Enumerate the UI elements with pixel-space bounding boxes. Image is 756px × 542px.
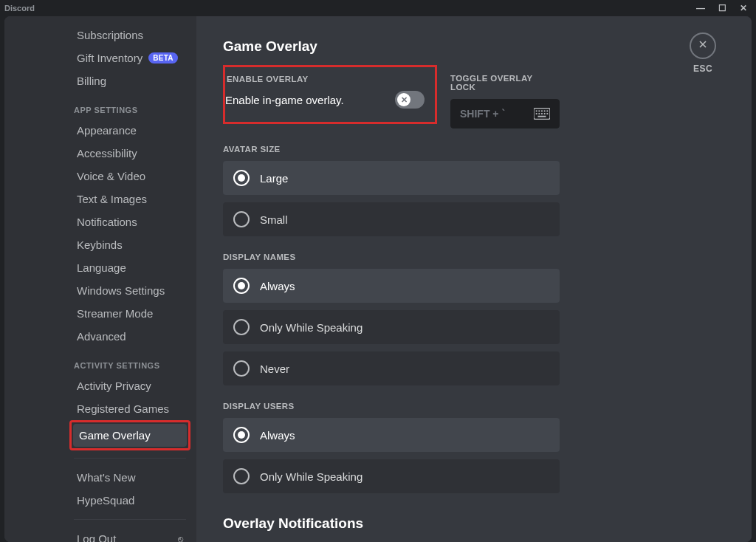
sidebar-item-activity-privacy[interactable]: Activity Privacy [71,374,189,397]
sidebar-item-whats-new[interactable]: What's New [71,466,189,489]
esc-label: ESC [693,64,712,74]
window-controls: — ☐ ✕ [696,3,752,13]
sidebar-item-label: Language [77,261,126,274]
enable-overlay-toggle[interactable]: ✕ [395,91,425,109]
sidebar-item-appearance[interactable]: Appearance [71,119,189,142]
beta-badge: BETA [148,52,178,64]
sidebar-item-label: Accessibility [77,147,137,159]
sidebar-item-accessibility[interactable]: Accessibility [71,142,189,165]
sidebar-item-notifications[interactable]: Notifications [71,210,189,233]
radio-icon [233,170,250,186]
titlebar: Discord — ☐ ✕ [0,0,756,16]
avatar-size-heading: AVATAR SIZE [223,145,560,154]
keyboard-icon [534,108,550,120]
sidebar-item-label: Keybinds [77,239,123,251]
option-label: Only While Speaking [260,470,362,483]
enable-overlay-label: Enable in-game overlay. [225,94,344,106]
sidebar-item-label: Advanced [77,330,126,343]
radio-icon [233,360,250,377]
sidebar-item-text-images[interactable]: Text & Images [71,188,189,210]
page-title: Game Overlay [223,38,560,55]
users-option-always[interactable]: Always [223,418,560,452]
sidebar-item-language[interactable]: Language [71,256,189,279]
display-names-heading: DISPLAY NAMES [223,253,560,261]
close-window-button[interactable]: ✕ [740,3,747,13]
sidebar-item-label: HypeSquad [77,494,134,507]
sidebar-item-advanced[interactable]: Advanced [71,325,189,348]
sidebar-item-voice-video[interactable]: Voice & Video [71,165,189,188]
option-label: Always [260,280,295,292]
radio-icon [233,319,250,335]
option-label: Only While Speaking [260,321,362,334]
users-option-speaking[interactable]: Only While Speaking [223,459,560,493]
svg-rect-7 [538,110,540,112]
radio-icon [233,468,250,484]
toggle-lock-keybind-input[interactable]: SHIFT + ` [450,99,560,128]
sidebar-item-label: Log Out [77,532,116,542]
sidebar-item-billing[interactable]: Billing [71,69,189,92]
names-option-never[interactable]: Never [223,351,560,385]
sidebar-item-label: Streamer Mode [77,307,153,320]
sidebar-item-label: Registered Games [77,402,169,415]
sidebar-item-label: Voice & Video [77,170,145,182]
sidebar-item-label: Notifications [77,216,137,228]
avatar-option-small[interactable]: Small [223,202,560,236]
close-icon [697,38,709,53]
svg-rect-11 [536,113,537,114]
sidebar-item-streamer-mode[interactable]: Streamer Mode [71,302,189,325]
option-label: Small [260,213,288,226]
radio-icon [233,427,250,443]
sidebar-item-label: Text & Images [77,193,147,205]
sidebar-heading-app: APP SETTINGS [74,106,189,114]
radio-icon [233,211,250,227]
avatar-size-options: Large Small [223,161,560,236]
annotation-highlight-enable: ENABLE OVERLAY Enable in-game overlay. ✕ [223,65,437,124]
logout-icon: ⎋ [178,534,183,543]
svg-rect-8 [541,110,543,112]
sidebar-item-label: Appearance [77,124,137,137]
display-users-heading: DISPLAY USERS [223,402,560,411]
svg-rect-16 [538,116,546,117]
sidebar-item-subscriptions[interactable]: Subscriptions [71,24,189,47]
sidebar-divider [74,458,186,459]
svg-rect-12 [538,113,540,114]
option-label: Never [260,363,289,375]
sidebar-item-windows-settings[interactable]: Windows Settings [71,279,189,302]
option-label: Large [260,172,288,185]
minimize-button[interactable]: — [696,3,705,13]
overlay-notifications-heading: Overlay Notifications [223,515,560,532]
display-names-options: Always Only While Speaking Never [223,269,560,385]
sidebar-item-logout[interactable]: Log Out ⎋ [71,527,189,542]
titlebar-app-name: Discord [4,4,35,13]
maximize-button[interactable]: ☐ [718,3,726,13]
svg-rect-10 [546,110,548,112]
keybind-value: SHIFT + ` [460,108,505,120]
enable-overlay-heading: ENABLE OVERLAY [227,75,425,83]
sidebar-item-label: Subscriptions [77,29,143,41]
sidebar: Subscriptions Gift Inventory BETA Billin… [4,16,196,542]
sidebar-item-label: What's New [77,471,136,484]
sidebar-item-label: Game Overlay [79,429,151,442]
sidebar-item-keybinds[interactable]: Keybinds [71,233,189,256]
names-option-always[interactable]: Always [223,269,560,303]
esc-button[interactable]: ESC [690,32,716,74]
toggle-off-icon: ✕ [401,95,408,105]
names-option-speaking[interactable]: Only While Speaking [223,310,560,344]
sidebar-item-hypesquad[interactable]: HypeSquad [71,489,189,512]
content: ESC Game Overlay ENABLE OVERLAY Enable i… [196,16,752,542]
sidebar-item-gift-inventory[interactable]: Gift Inventory BETA [71,47,189,69]
sidebar-item-label: Billing [77,75,106,87]
svg-rect-6 [536,110,537,112]
avatar-option-large[interactable]: Large [223,161,560,195]
svg-rect-9 [544,110,546,112]
radio-icon [233,278,250,294]
sidebar-divider [74,519,186,520]
option-label: Always [260,429,295,442]
display-users-options: Always Only While Speaking [223,418,560,493]
sidebar-item-label: Activity Privacy [77,380,151,392]
sidebar-item-game-overlay[interactable]: Game Overlay [73,424,187,447]
sidebar-item-registered-games[interactable]: Registered Games [71,397,189,420]
svg-rect-15 [546,113,548,114]
sidebar-item-label: Windows Settings [77,284,165,297]
annotation-highlight-sidebar: Game Overlay [69,420,190,450]
